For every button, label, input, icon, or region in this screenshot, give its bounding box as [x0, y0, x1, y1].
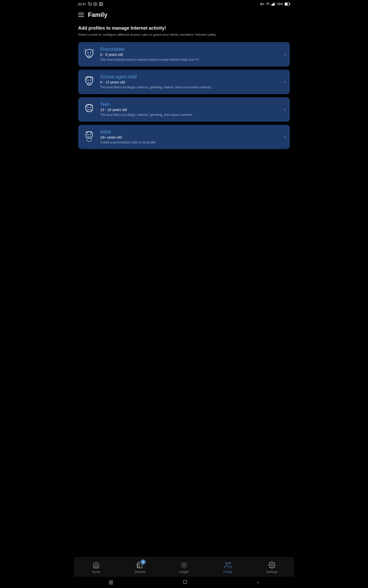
- signal-icon: [271, 2, 275, 6]
- profile-info: Teen 13 - 18 years old This level filter…: [100, 102, 280, 117]
- recent-button[interactable]: ‹: [257, 580, 259, 585]
- svg-point-21: [86, 105, 93, 112]
- svg-point-25: [87, 134, 88, 135]
- mute-icon: [260, 2, 264, 6]
- profile-card-adult[interactable]: Adult 18+ years old Create a personalize…: [78, 125, 290, 149]
- svg-point-3: [100, 3, 100, 4]
- svg-point-30: [183, 564, 185, 566]
- shopping-icon: [88, 2, 92, 6]
- svg-rect-13: [285, 3, 288, 5]
- profile-info: School-aged child 6 - 13 years old This …: [100, 74, 280, 90]
- intro-subtitle: Select a level to configure different ac…: [78, 32, 290, 37]
- profile-info: Adult 18+ years old Create a personalize…: [100, 129, 280, 145]
- svg-point-0: [89, 5, 89, 6]
- svg-point-16: [87, 52, 88, 53]
- profile-card-teen[interactable]: Teen 13 - 18 years old This level filter…: [78, 97, 290, 122]
- svg-point-19: [87, 80, 88, 81]
- nav-label-family: Family: [223, 570, 232, 574]
- nav-item-family[interactable]: Family: [206, 560, 250, 575]
- menu-button[interactable]: [78, 13, 84, 17]
- teen-icon: [82, 103, 96, 116]
- chevron-right-icon: ›: [284, 134, 286, 140]
- system-bar: ||| ☐ ‹: [74, 577, 294, 588]
- svg-rect-8: [272, 4, 272, 5]
- nav-label-devices: Devices: [135, 570, 146, 574]
- profile-list: Preschooler 0 - 6 years old This level r…: [78, 42, 290, 149]
- svg-rect-11: [275, 2, 275, 5]
- svg-point-26: [90, 134, 91, 135]
- image-icon: [99, 2, 103, 6]
- svg-rect-9: [273, 4, 273, 6]
- profile-desc: Create a personalized rules to the profi…: [100, 140, 280, 145]
- svg-point-1: [91, 5, 91, 6]
- svg-point-31: [226, 562, 228, 565]
- profile-age: 18+ years old: [100, 135, 280, 139]
- back-button[interactable]: |||: [109, 580, 113, 585]
- battery-icon: [285, 3, 290, 6]
- adult-icon: [82, 130, 96, 144]
- status-time: 20:47: [78, 2, 86, 6]
- nav-item-insight[interactable]: Insight: [162, 560, 206, 575]
- nav-label-insight: Insight: [179, 570, 188, 574]
- preschooler-icon: [82, 47, 96, 61]
- header: Family: [74, 8, 294, 21]
- status-left: 20:47: [78, 2, 103, 6]
- svg-point-17: [90, 52, 91, 53]
- nav-icon-family: [224, 561, 232, 569]
- profile-desc: This level filters out illegal, violence…: [100, 85, 280, 90]
- wifi-icon: [266, 2, 270, 6]
- svg-point-20: [90, 80, 91, 81]
- profile-name: School-aged child: [100, 74, 280, 80]
- nav-badge-devices: 3: [141, 559, 146, 565]
- main-content: Add profiles to manage Internet activity…: [74, 21, 294, 557]
- profile-card-preschooler[interactable]: Preschooler 0 - 6 years old This level r…: [78, 42, 290, 67]
- profile-age: 6 - 13 years old: [100, 80, 280, 84]
- profile-desc: This level filters out illegal, violence…: [100, 113, 280, 117]
- page-title: Family: [88, 11, 107, 18]
- status-bar: 20:47 56%: [74, 0, 294, 8]
- svg-rect-10: [274, 3, 274, 5]
- nav-icon-devices: 3: [136, 561, 144, 569]
- profile-name: Adult: [100, 129, 280, 135]
- svg-marker-4: [260, 3, 262, 5]
- nav-label-settings: Settings: [266, 570, 277, 574]
- profile-info: Preschooler 0 - 6 years old This level r…: [100, 47, 280, 62]
- profile-desc: This level restricts most of network con…: [100, 58, 280, 62]
- nav-icon-insight: [180, 561, 188, 569]
- svg-point-32: [229, 562, 231, 564]
- svg-point-18: [86, 77, 93, 84]
- nfc-icon: [93, 2, 97, 6]
- home-button[interactable]: ☐: [183, 579, 187, 585]
- profile-card-school-child[interactable]: School-aged child 6 - 13 years old This …: [78, 70, 290, 94]
- nav-label-home: Home: [92, 570, 100, 574]
- profile-age: 0 - 6 years old: [100, 53, 280, 57]
- battery-text: 56%: [277, 2, 283, 6]
- svg-point-24: [86, 132, 93, 138]
- profile-name: Preschooler: [100, 47, 280, 52]
- svg-point-33: [271, 564, 273, 566]
- profile-age: 13 - 18 years old: [100, 108, 280, 112]
- school-child-icon: [82, 75, 96, 89]
- svg-point-22: [87, 107, 88, 108]
- intro-title: Add profiles to manage Internet activity…: [78, 26, 290, 31]
- nav-icon-home: [92, 561, 100, 569]
- profile-name: Teen: [100, 102, 280, 107]
- chevron-right-icon: ›: [284, 79, 286, 84]
- svg-point-15: [85, 49, 93, 57]
- status-right: 56%: [260, 2, 290, 6]
- nav-icon-settings: [268, 561, 276, 569]
- nav-item-settings[interactable]: Settings: [250, 560, 294, 575]
- svg-point-23: [90, 107, 91, 108]
- chevron-right-icon: ›: [284, 52, 286, 57]
- chevron-right-icon: ›: [284, 107, 286, 112]
- nav-item-devices[interactable]: 3 Devices: [118, 560, 162, 575]
- nav-item-home[interactable]: Home: [74, 560, 118, 575]
- nav-items: Home 3 Devices Insight Family Settings: [74, 560, 294, 575]
- bottom-nav: Home 3 Devices Insight Family Settings: [74, 557, 294, 577]
- svg-rect-14: [290, 4, 290, 5]
